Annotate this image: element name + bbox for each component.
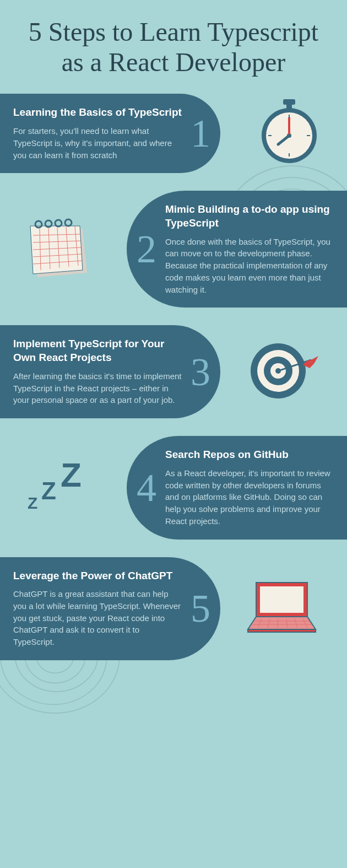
step-title: Learning the Basics of TypeScript [13,106,182,120]
step-number: 3 [191,349,210,395]
target-icon [248,341,319,403]
step-card: Leverage the Power of ChatGPT ChatGPT is… [0,557,220,660]
step-number: 1 [191,111,210,157]
step-body: ChatGPT is a great assistant that can he… [13,588,182,648]
step-card: 2 Mimic Building a to-do app using TypeS… [127,191,347,308]
step-body: Once done with the basics of TypeScript,… [165,236,334,296]
step-body: After learning the basics it's time to i… [13,370,182,406]
svg-text:Z: Z [61,456,82,494]
step-title: Implement TypeScript for Your Own React … [13,337,182,364]
step-card: 4 Search Repos on GitHub As a React deve… [127,436,347,539]
sleep-icon: ZZZ [22,456,99,519]
calendar-icon [22,212,94,286]
step-body: For starters, you'll need to learn what … [13,125,182,161]
step-2: 2 Mimic Building a to-do app using TypeS… [0,191,347,308]
step-card: Learning the Basics of TypeScript For st… [0,94,220,173]
svg-point-34 [55,220,62,227]
svg-point-35 [65,219,72,226]
step-4: ZZZ 4 Search Repos on GitHub As a React … [0,436,347,539]
laptop-icon [242,577,319,640]
stopwatch-icon [259,99,319,168]
step-number: 5 [191,586,210,632]
step-5: Leverage the Power of ChatGPT ChatGPT is… [0,557,347,660]
steps-list: Learning the Basics of TypeScript For st… [0,77,347,660]
step-body: As a React developer, it's important to … [165,467,334,527]
step-card: Implement TypeScript for Your Own React … [0,325,220,418]
step-title: Mimic Building a to-do app using TypeScr… [165,203,334,230]
step-title: Leverage the Power of ChatGPT [13,569,182,583]
svg-text:Z: Z [41,477,56,504]
page-title: 5 Steps to Learn Typescript as a React D… [0,0,347,77]
step-3: Implement TypeScript for Your Own React … [0,325,347,418]
step-number: 4 [137,465,156,510]
step-1: Learning the Basics of TypeScript For st… [0,94,347,173]
step-number: 2 [137,227,156,272]
step-title: Search Repos on GitHub [165,448,334,462]
svg-text:Z: Z [28,494,37,512]
